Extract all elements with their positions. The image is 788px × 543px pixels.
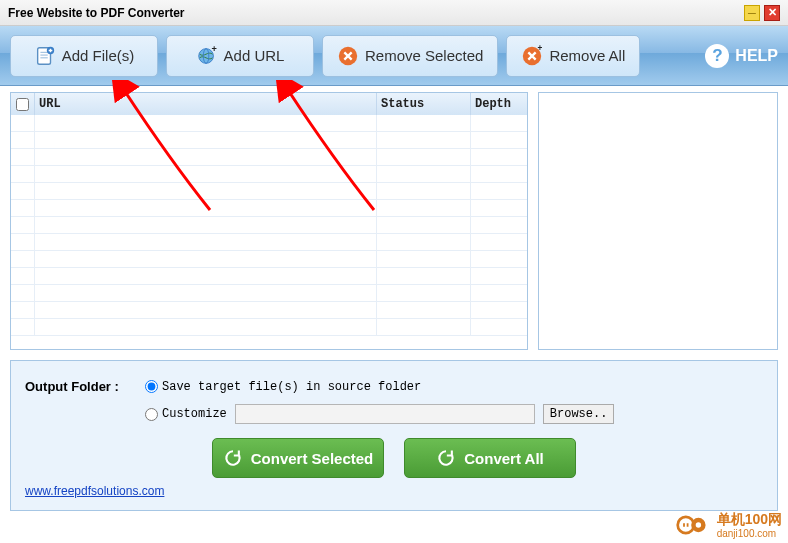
watermark-logo-icon	[675, 514, 711, 536]
remove-all-icon: +	[521, 45, 543, 67]
remove-selected-button[interactable]: Remove Selected	[322, 35, 498, 77]
table-body	[11, 115, 527, 349]
header-url[interactable]: URL	[35, 93, 377, 115]
refresh-icon	[436, 448, 456, 468]
watermark-name: 单机100网	[717, 511, 782, 529]
help-icon: ?	[705, 44, 729, 68]
help-label: HELP	[735, 47, 778, 65]
output-panel: Output Folder : Save target file(s) in s…	[10, 360, 778, 511]
output-folder-label: Output Folder :	[25, 379, 137, 394]
table-row	[11, 268, 527, 285]
remove-all-label: Remove All	[549, 47, 625, 64]
content-area: URL Status Depth	[0, 86, 788, 350]
window-title: Free Website to PDF Converter	[8, 6, 744, 20]
add-files-label: Add File(s)	[62, 47, 135, 64]
select-all-cell	[11, 93, 35, 115]
help-button[interactable]: ? HELP	[705, 44, 778, 68]
table-header: URL Status Depth	[11, 93, 527, 115]
close-button[interactable]: ✕	[764, 5, 780, 21]
convert-selected-button[interactable]: Convert Selected	[212, 438, 384, 478]
add-url-label: Add URL	[224, 47, 285, 64]
watermark-url: danji100.com	[717, 529, 782, 539]
header-depth[interactable]: Depth	[471, 93, 527, 115]
svg-point-13	[695, 522, 700, 527]
table-row	[11, 251, 527, 268]
website-link[interactable]: www.freepdfsolutions.com	[25, 484, 164, 498]
save-source-radio-wrap[interactable]: Save target file(s) in source folder	[145, 380, 421, 394]
svg-text:+: +	[211, 45, 216, 54]
convert-selected-label: Convert Selected	[251, 450, 374, 467]
table-row	[11, 234, 527, 251]
customize-radio-wrap[interactable]: Customize	[145, 407, 227, 421]
remove-x-icon	[337, 45, 359, 67]
remove-all-button[interactable]: + Remove All	[506, 35, 640, 77]
table-row	[11, 302, 527, 319]
svg-text:+: +	[538, 45, 543, 53]
remove-selected-label: Remove Selected	[365, 47, 483, 64]
minimize-button[interactable]: ─	[744, 5, 760, 21]
convert-all-label: Convert All	[464, 450, 543, 467]
globe-plus-icon: +	[196, 45, 218, 67]
browse-button[interactable]: Browse..	[543, 404, 615, 424]
titlebar: Free Website to PDF Converter ─ ✕	[0, 0, 788, 26]
convert-all-button[interactable]: Convert All	[404, 438, 576, 478]
table-row	[11, 166, 527, 183]
save-source-label: Save target file(s) in source folder	[162, 380, 421, 394]
table-row	[11, 217, 527, 234]
table-row	[11, 149, 527, 166]
preview-panel	[538, 92, 778, 350]
table-row	[11, 285, 527, 302]
file-plus-icon	[34, 45, 56, 67]
table-row	[11, 132, 527, 149]
select-all-checkbox[interactable]	[16, 98, 29, 111]
header-status[interactable]: Status	[377, 93, 471, 115]
output-path-input[interactable]	[235, 404, 535, 424]
add-url-button[interactable]: + Add URL	[166, 35, 314, 77]
save-source-radio[interactable]	[145, 380, 158, 393]
table-row	[11, 319, 527, 336]
table-row	[11, 183, 527, 200]
customize-label: Customize	[162, 407, 227, 421]
customize-radio[interactable]	[145, 408, 158, 421]
refresh-icon	[223, 448, 243, 468]
url-table: URL Status Depth	[10, 92, 528, 350]
watermark: 单机100网 danji100.com	[675, 511, 782, 539]
toolbar: Add File(s) + Add URL Remove Selected + …	[0, 26, 788, 86]
add-files-button[interactable]: Add File(s)	[10, 35, 158, 77]
window-controls: ─ ✕	[744, 5, 780, 21]
table-row	[11, 200, 527, 217]
table-row	[11, 115, 527, 132]
